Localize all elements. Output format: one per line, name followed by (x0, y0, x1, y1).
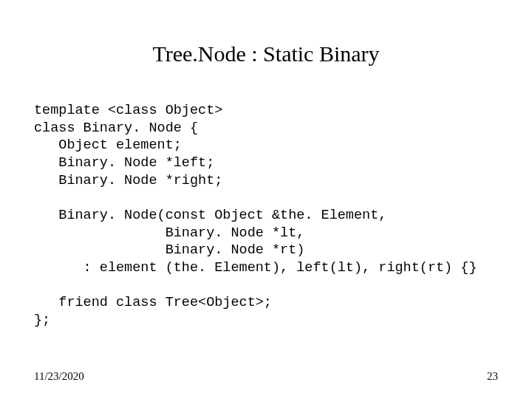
slide-title: Tree.Node : Static Binary (0, 41, 532, 66)
code-block: template <class Object> class Binary. No… (34, 102, 498, 330)
footer-page-number: 23 (487, 370, 498, 383)
footer-date: 11/23/2020 (34, 370, 84, 383)
slide: Tree.Node : Static Binary template <clas… (0, 0, 532, 399)
